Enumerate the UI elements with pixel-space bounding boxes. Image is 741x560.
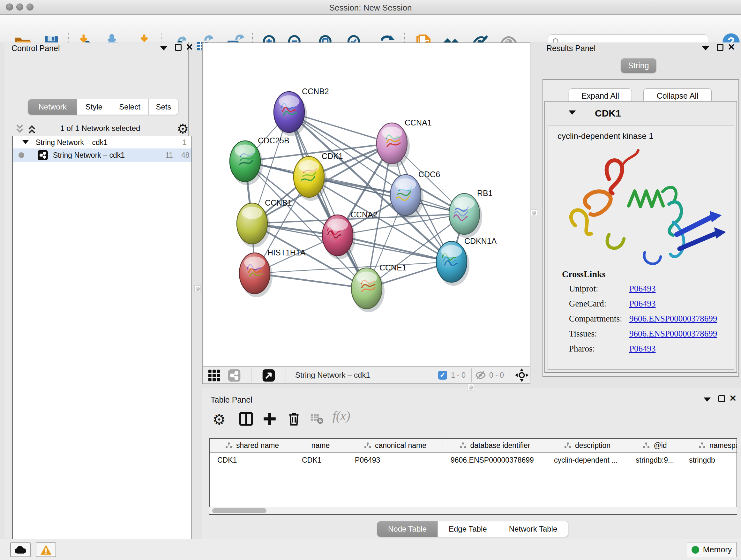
crosslink-label: Uniprot: <box>569 284 598 294</box>
node-CCNE1: CCNE1 <box>351 263 407 312</box>
tab-select[interactable]: Select <box>111 99 149 115</box>
scrollbar-thumb[interactable] <box>212 508 266 513</box>
memory-status-icon <box>691 546 699 554</box>
svg-text:RB1: RB1 <box>477 189 493 198</box>
crosslink-row: Uniprot:P06493 <box>548 284 734 299</box>
cell-name[interactable]: CDK1 <box>294 453 347 468</box>
close-panel-icon[interactable]: ✕ <box>728 44 735 51</box>
crosslink-link[interactable]: 9606.ENSP00000378699 <box>629 329 717 339</box>
splitter-handle[interactable] <box>531 209 537 216</box>
column-header[interactable]: namespace <box>681 439 737 452</box>
tab-network-table[interactable]: Network Table <box>498 521 568 537</box>
network-collection-row[interactable]: String Network – cdk1 1 <box>13 137 192 148</box>
panel-menu-icon[interactable] <box>702 46 709 51</box>
column-header[interactable]: name <box>294 439 347 452</box>
cloud-button[interactable] <box>10 543 30 557</box>
tab-string[interactable]: String <box>621 58 656 73</box>
grid-view-icon[interactable] <box>208 369 220 384</box>
tab-style[interactable]: Style <box>77 99 111 115</box>
gene-details: cyclin-dependent kinase 1 <box>548 125 734 370</box>
panel-menu-icon[interactable] <box>704 397 711 401</box>
results-panel: Results Panel ✕ String Expand All Collap… <box>542 43 741 388</box>
column-label: shared name <box>236 441 279 450</box>
float-panel-icon[interactable] <box>717 44 724 51</box>
cell-description[interactable]: cyclin-dependent ... <box>546 453 628 468</box>
crosslink-link[interactable]: P06493 <box>629 284 656 294</box>
selected-checkbox-icon[interactable]: ✓ <box>438 371 447 380</box>
table-panel: Table Panel ✕ ⚙ f(x) shared name name ca… <box>202 388 741 539</box>
column-header[interactable]: shared name <box>210 439 294 452</box>
crosslink-link[interactable]: P06493 <box>629 344 656 354</box>
cell-database-identifier[interactable]: 9606.ENSP00000378699 <box>443 453 546 468</box>
cell-at-id[interactable]: stringdb:9... <box>628 453 681 468</box>
close-panel-icon[interactable]: ✕ <box>186 44 193 51</box>
memory-button[interactable]: Memory <box>687 542 737 557</box>
svg-text:CDK1: CDK1 <box>322 152 343 161</box>
panel-menu-icon[interactable] <box>160 46 167 51</box>
network-graph[interactable]: CCNB2CCNA1CDC25BCDK1CDC6RB1CCNB1CCNA2CDK… <box>203 43 530 366</box>
svg-text:CDC6: CDC6 <box>418 170 440 179</box>
node-CCNB2: CCNB2 <box>274 87 329 136</box>
table-tabs: Node Table Edge Table Network Table <box>377 521 568 537</box>
delete-column-icon[interactable] <box>286 411 302 428</box>
tab-node-table[interactable]: Node Table <box>377 521 438 537</box>
svg-text:CCNB1: CCNB1 <box>265 198 292 207</box>
gene-collapse-icon[interactable] <box>569 111 576 115</box>
cell-namespace[interactable]: stringdb <box>681 453 737 468</box>
birdseye-navigate-icon[interactable] <box>515 368 529 384</box>
titlebar: Session: New Session <box>0 0 741 15</box>
tab-network[interactable]: Network <box>28 99 77 115</box>
hidden-eye-icon[interactable] <box>475 370 487 382</box>
float-panel-icon[interactable] <box>718 395 725 402</box>
function-builder-icon[interactable]: f(x) <box>333 408 349 425</box>
protein-structure-image <box>554 145 729 266</box>
show-columns-icon[interactable] <box>238 411 255 428</box>
create-column-icon[interactable] <box>262 411 278 428</box>
delete-table-icon[interactable] <box>310 411 326 428</box>
column-header[interactable]: @id <box>628 439 681 452</box>
network-row[interactable]: String Network – cdk1 11 48 <box>13 148 192 162</box>
current-network-name: String Network – cdk1 <box>295 371 370 380</box>
shared-column-icon <box>642 442 650 449</box>
node-RB1: RB1 <box>449 189 493 238</box>
network-list: String Network – cdk1 1 String Network –… <box>12 136 192 560</box>
table-options-gear-icon[interactable]: ⚙ <box>212 411 229 428</box>
float-panel-icon[interactable] <box>175 44 182 51</box>
column-header[interactable]: database identifier <box>443 439 546 452</box>
control-panel-tabs: Network Style Select Sets <box>28 99 179 115</box>
cell-shared-name[interactable]: CDK1 <box>210 453 294 468</box>
table-horizontal-scrollbar[interactable] <box>209 507 737 514</box>
tab-edge-table[interactable]: Edge Table <box>438 521 498 537</box>
gene-section-header[interactable]: CDK1 <box>545 102 737 125</box>
close-panel-icon[interactable]: ✕ <box>729 395 737 401</box>
column-header[interactable]: description <box>546 439 628 452</box>
tab-sets[interactable]: Sets <box>149 99 179 115</box>
splitter-handle[interactable] <box>194 286 201 292</box>
network-view[interactable]: CCNB2CCNA1CDC25BCDK1CDC6RB1CCNB1CCNA2CDK… <box>202 43 530 384</box>
open-view-in-window-icon[interactable] <box>262 369 275 384</box>
svg-text:CDC25B: CDC25B <box>258 136 289 145</box>
network-node-count: 11 <box>165 151 173 160</box>
cytoscape-window: Session: New Session <box>0 0 741 560</box>
node-CCNA1: CCNA1 <box>377 118 432 167</box>
splitter-handle[interactable] <box>468 384 474 390</box>
control-panel-title: Control Panel <box>11 44 60 53</box>
shared-column-icon <box>363 442 372 449</box>
cell-canonical-name[interactable]: P06493 <box>347 453 443 468</box>
memory-label: Memory <box>703 545 732 554</box>
gene-symbol: CDK1 <box>595 108 621 119</box>
collection-expand-icon[interactable] <box>22 140 29 144</box>
warnings-button[interactable] <box>36 543 56 557</box>
gene-section: CDK1 cyclin-dependent kinase 1 <box>544 101 737 373</box>
network-share-icon[interactable] <box>227 369 241 384</box>
column-label: @id <box>654 441 667 450</box>
crosslink-link[interactable]: P06493 <box>629 299 656 309</box>
collection-count: 1 <box>183 138 187 147</box>
crosslink-row: Compartments:9606.ENSP00000378699 <box>548 314 734 328</box>
table-row[interactable]: CDK1 CDK1 P06493 9606.ENSP00000378699 cy… <box>210 453 737 468</box>
main-toolbar: ? <box>0 15 741 42</box>
crosslink-link[interactable]: 9606.ENSP00000378699 <box>629 314 717 324</box>
column-header[interactable]: canonical name <box>347 439 443 452</box>
svg-text:CCNB2: CCNB2 <box>302 87 329 96</box>
gear-icon[interactable]: ⚙ <box>177 121 189 137</box>
